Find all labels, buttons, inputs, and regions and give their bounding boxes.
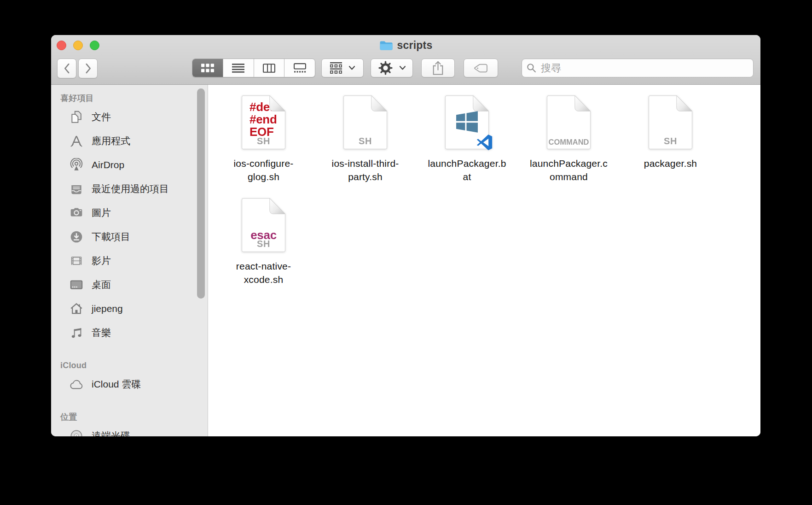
chevron-right-icon <box>85 63 92 74</box>
sidebar-item-label: 文件 <box>92 111 111 123</box>
file-label: ios-configure-glog.sh <box>233 157 293 183</box>
sidebar-item-movies[interactable]: 影片 <box>51 249 208 273</box>
home-icon <box>69 302 84 316</box>
sidebar-item-label: 遠端光碟 <box>92 429 130 436</box>
sidebar-item-recents[interactable]: 最近使用過的項目 <box>51 177 208 201</box>
back-button[interactable] <box>57 59 76 78</box>
sidebar-section: 位置遠端光碟 <box>51 410 208 436</box>
movies-icon <box>69 254 84 268</box>
search-input[interactable] <box>540 62 748 75</box>
zoom-button[interactable] <box>90 41 99 50</box>
window-title: scripts <box>379 39 433 52</box>
desktop-icon <box>69 278 84 292</box>
document-file-icon: SH <box>343 95 387 149</box>
file-grid: #def#endEOFSHios-configure-glog.shSHios-… <box>213 95 726 301</box>
windows-script-file-icon <box>445 95 489 149</box>
file-label: launchPackager.command <box>530 157 608 183</box>
vscode-logo-icon <box>476 134 493 151</box>
icon-view-icon <box>201 64 214 73</box>
documents-icon <box>69 110 84 124</box>
search-icon <box>527 63 536 73</box>
sidebar-section-header: 位置 <box>51 410 208 424</box>
column-view-button[interactable] <box>254 59 285 77</box>
minimize-button[interactable] <box>73 41 83 50</box>
sidebar-section: 喜好項目文件應用程式AirDrop最近使用過的項目圖片下載項目影片桌面jiepe… <box>51 91 208 345</box>
column-view-icon <box>263 64 275 73</box>
forward-button[interactable] <box>78 59 98 78</box>
sidebar-item-label: 音樂 <box>92 326 111 339</box>
sidebar-item-label: jiepeng <box>92 303 123 314</box>
share-button[interactable] <box>421 59 455 77</box>
sidebar-item-airdrop[interactable]: AirDrop <box>51 153 208 177</box>
document-file-icon: esacSH <box>242 198 285 252</box>
sidebar: 喜好項目文件應用程式AirDrop最近使用過的項目圖片下載項目影片桌面jiepe… <box>51 85 208 436</box>
file-label: ios-install-third-party.sh <box>332 157 399 183</box>
sidebar-item-label: 最近使用過的項目 <box>92 182 169 195</box>
file-ios-configure-glog-sh[interactable]: #def#endEOFSHios-configure-glog.sh <box>213 95 314 198</box>
sidebar-item-documents[interactable]: 文件 <box>51 105 208 129</box>
airdrop-icon <box>69 158 84 172</box>
action-button[interactable] <box>371 59 413 77</box>
recents-icon <box>69 182 84 196</box>
file-packager-sh[interactable]: SHpackager.sh <box>620 95 721 198</box>
sidebar-item-label: 圖片 <box>92 206 111 219</box>
file-ios-install-third-party-sh[interactable]: SHios-install-third-party.sh <box>314 95 416 198</box>
list-view-icon <box>232 64 244 73</box>
sidebar-scrollbar[interactable] <box>197 88 205 299</box>
chevron-left-icon <box>64 63 70 74</box>
chevron-down-icon <box>349 66 355 70</box>
sidebar-item-pictures[interactable]: 圖片 <box>51 201 208 225</box>
sidebar-item-label: 影片 <box>92 254 111 267</box>
sidebar-section-header: iCloud <box>51 358 208 372</box>
list-view-button[interactable] <box>223 59 254 77</box>
folder-icon <box>379 40 393 51</box>
close-button[interactable] <box>57 41 66 50</box>
file-react-native-xcode-sh[interactable]: esacSHreact-native-xcode.sh <box>213 198 314 301</box>
finder-window: scripts <box>51 35 760 436</box>
tag-button[interactable] <box>464 59 498 77</box>
search-field[interactable] <box>522 59 754 77</box>
sidebar-item-remote-disc[interactable]: 遠端光碟 <box>51 424 208 436</box>
desktop: { "window": { "title": "scripts" }, "too… <box>0 0 812 505</box>
file-launchpackager-bat[interactable]: launchPackager.bat <box>416 95 518 198</box>
file-label: react-native-xcode.sh <box>236 259 291 286</box>
file-label: packager.sh <box>644 157 697 170</box>
document-file-icon: COMMAND <box>547 95 591 149</box>
file-label: launchPackager.bat <box>428 157 506 183</box>
sidebar-item-label: 桌面 <box>92 278 111 291</box>
sidebar-item-desktop[interactable]: 桌面 <box>51 273 208 297</box>
tag-icon <box>474 63 488 73</box>
sidebar-item-label: iCloud 雲碟 <box>92 378 141 391</box>
nav-buttons <box>57 59 98 78</box>
document-file-icon: SH <box>649 95 692 149</box>
document-file-icon: #def#endEOFSH <box>242 95 285 149</box>
folder-content: #def#endEOFSHios-configure-glog.shSHios-… <box>208 85 760 436</box>
icon-view-button[interactable] <box>192 59 223 77</box>
sidebar-item-home[interactable]: jiepeng <box>51 297 208 321</box>
group-by-icon <box>330 62 342 74</box>
traffic-lights <box>57 41 99 50</box>
share-icon <box>432 61 444 75</box>
windows-logo-icon <box>455 110 479 134</box>
downloads-icon <box>69 230 84 244</box>
icloud-icon <box>69 377 84 391</box>
sidebar-sections: 喜好項目文件應用程式AirDrop最近使用過的項目圖片下載項目影片桌面jiepe… <box>51 91 208 436</box>
sidebar-item-label: 應用程式 <box>92 135 130 147</box>
window-body: 喜好項目文件應用程式AirDrop最近使用過的項目圖片下載項目影片桌面jiepe… <box>51 85 760 436</box>
group-by-button[interactable] <box>321 59 364 77</box>
coverflow-view-icon <box>294 63 306 73</box>
sidebar-section: iCloudiCloud 雲碟 <box>51 358 208 396</box>
titlebar-toolbar: scripts <box>51 35 760 85</box>
sidebar-item-label: AirDrop <box>92 159 124 170</box>
coverflow-view-button[interactable] <box>284 59 315 77</box>
sidebar-item-icloud-drive[interactable]: iCloud 雲碟 <box>51 372 208 396</box>
file-launchpackager-command[interactable]: COMMANDlaunchPackager.command <box>518 95 620 198</box>
pictures-icon <box>69 206 84 220</box>
disc-icon <box>69 429 84 436</box>
music-icon <box>69 326 84 340</box>
sidebar-item-downloads[interactable]: 下載項目 <box>51 225 208 249</box>
sidebar-section-header: 喜好項目 <box>51 91 208 105</box>
sidebar-item-music[interactable]: 音樂 <box>51 321 208 345</box>
sidebar-item-applications[interactable]: 應用程式 <box>51 129 208 153</box>
gear-icon <box>378 61 393 75</box>
